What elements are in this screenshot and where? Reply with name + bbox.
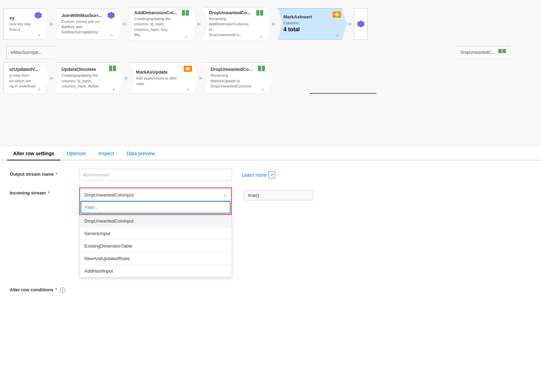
incoming-stream-label: Incoming stream *: [10, 187, 79, 195]
connector-arrow: ►: [121, 20, 129, 28]
add-button[interactable]: +: [38, 32, 41, 39]
form-area: Output stream name * Learn more ↗ Incomi…: [0, 160, 541, 301]
dropdown-option[interactable]: DropUnwantedColsInput: [80, 215, 232, 227]
dropdown-option[interactable]: ExistingDimensionTable: [80, 240, 232, 252]
connector-arrow: ►: [123, 74, 131, 82]
dropdown-option[interactable]: AddHashInput: [80, 265, 232, 277]
pipeline-node-add-dimension-col[interactable]: AddDimensionCol... Creating/updating the…: [128, 7, 196, 41]
node-desc: Creating/updating thecolumns 'id_hash,co…: [61, 73, 115, 89]
node-title: orUpdatedV...: [9, 67, 44, 72]
svg-marker-4: [357, 20, 364, 27]
learn-more-link[interactable]: Learn more ↗: [242, 169, 275, 178]
node-desc: RenamingMarkAsUpdate toDropUnwantedColum…: [210, 73, 264, 89]
add-button[interactable]: +: [261, 86, 264, 93]
green-double-icon-dashed: [498, 49, 506, 53]
connector-arrow: ►: [197, 74, 206, 82]
required-indicator: *: [54, 172, 57, 177]
output-stream-name-input-wrapper: [79, 169, 232, 181]
tab-data-preview[interactable]: Data preview: [120, 147, 161, 160]
info-icon[interactable]: i: [60, 287, 65, 293]
tab-optimize[interactable]: Optimize: [60, 147, 92, 160]
tab-alter-row-settings[interactable]: Alter row settings: [7, 147, 60, 160]
green-double-icon: [182, 10, 189, 17]
pipeline-canvas: ey new key Keyfrom 1 + ► JoinWithMaxSurr…: [0, 0, 541, 146]
node-desc: Creating/updating thecolumns 'id_hash,co…: [134, 16, 188, 38]
output-stream-name-row: Output stream name * Learn more ↗: [10, 169, 531, 181]
node-title: DropUnwantedCo...: [210, 67, 264, 72]
add-button[interactable]: +: [185, 34, 188, 40]
pipeline-node-partial: [354, 8, 368, 40]
pipeline-node-mark-as-update[interactable]: MarkAsUpdate Add expressions to alterrow…: [130, 62, 198, 94]
tabs-bar: Alter row settings Optimize Inspect Data…: [0, 147, 541, 160]
pipeline-node-drop-unwanted-co-2[interactable]: DropUnwantedCo... RenamingMarkAsUpdate t…: [205, 62, 272, 94]
incoming-stream-selected-value: DropUnwantedColsInput: [84, 192, 134, 198]
green-double-icon: [258, 66, 265, 73]
pipeline-row-2: orUpdatedV... g rows fromed which areng …: [0, 61, 541, 97]
node-title: DropUnwantedCo...: [209, 10, 263, 15]
incoming-stream-select[interactable]: DropUnwantedColsInput ⌄: [81, 189, 231, 201]
required-indicator: *: [47, 190, 50, 195]
dropdown-arrow-icon: ⌄: [223, 192, 227, 197]
orange-icon: [333, 11, 340, 18]
node-desc: Custom (cross) join onAddKey andGetMaxSu…: [61, 19, 115, 35]
pipeline-node-for-updated-v[interactable]: orUpdatedV... g rows fromed which areng …: [3, 62, 49, 94]
dashed-node-get-max-surrogat[interactable]: etMaxSurrogat...: [6, 46, 58, 59]
filter-input[interactable]: [81, 202, 230, 213]
filter-input-container: [81, 201, 231, 214]
pipeline-node-join-with-max-surr[interactable]: JoinWithMaxSurr... Custom (cross) join o…: [56, 8, 122, 40]
connector-arrow: ►: [48, 74, 56, 82]
node-title: MarkAsUpdate: [136, 69, 190, 75]
alter-row-conditions-row: Alter row conditions * i: [10, 284, 531, 293]
connector-arrow: ►: [346, 20, 355, 28]
purple-hex-icon: [34, 11, 41, 18]
connector-arrow: ►: [195, 20, 204, 28]
add-button[interactable]: +: [186, 86, 190, 93]
green-double-icon: [109, 66, 116, 73]
pipeline-dashed-row: etMaxSurrogat... DropUnwantedC...: [0, 45, 541, 61]
add-button[interactable]: +: [38, 86, 41, 93]
incoming-stream-row: Incoming stream * DropUnwantedColsInput …: [10, 187, 531, 277]
svg-marker-1: [108, 12, 115, 19]
alter-row-conditions-label: Alter row conditions * i: [10, 284, 79, 293]
green-double-icon: [256, 10, 263, 17]
incoming-stream-dropdown-section: DropUnwantedColsInput ⌄ DropUnwantedCols…: [79, 187, 233, 277]
column-count: 4 total: [283, 26, 300, 32]
node-desc: Columns:4 total: [283, 20, 337, 34]
pipeline-node-update-obsolete[interactable]: UpdateObsolete Creating/updating thecolu…: [56, 62, 123, 94]
node-title: MarkAsInsert: [283, 14, 337, 19]
dropdown-option[interactable]: NewAndUpdatedRows: [80, 252, 232, 265]
dashed-node-title: etMaxSurrogat...: [11, 50, 42, 55]
dropdown-options-list: DropUnwantedColsInput GenericInput Exist…: [79, 215, 232, 277]
output-stream-name-input[interactable]: [79, 169, 232, 181]
add-button[interactable]: +: [336, 32, 339, 39]
active-underline: [310, 93, 376, 94]
incoming-stream-red-border: DropUnwantedColsInput ⌄: [79, 187, 232, 215]
connector-arrow: ►: [270, 20, 278, 28]
node-title: UpdateObsolete: [61, 67, 115, 72]
purple-hex-icon: [107, 11, 114, 18]
required-indicator: *: [55, 287, 57, 292]
external-link-icon: ↗: [268, 172, 275, 178]
dashed-node-drop-unwanted-c[interactable]: DropUnwantedC...: [456, 46, 513, 59]
output-stream-name-label: Output stream name *: [10, 169, 79, 177]
pipeline-node-drop-unwanted-co[interactable]: DropUnwantedCo... RenamingAddDimensionCo…: [203, 7, 270, 41]
svg-marker-0: [35, 12, 42, 19]
alter-row-value-display: true(): [244, 190, 313, 200]
pipeline-row-1: ey new key Keyfrom 1 + ► JoinWithMaxSurr…: [0, 3, 541, 45]
node-desc: RenamingAddDimensionColumnstoDropUnwante…: [209, 16, 263, 38]
dropdown-option[interactable]: GenericInput: [80, 227, 232, 240]
dashed-node-title: DropUnwantedC...: [460, 50, 495, 55]
pipeline-node-new-key[interactable]: ey new key Keyfrom 1 +: [3, 8, 49, 40]
pipeline-node-mark-as-insert[interactable]: MarkAsInsert Columns:4 total +: [277, 8, 347, 40]
tab-inspect[interactable]: Inspect: [92, 147, 120, 160]
node-desc: new key Keyfrom 1: [9, 22, 44, 32]
add-button[interactable]: +: [112, 86, 115, 93]
node-desc: Add expressions to alterrows: [136, 76, 190, 86]
add-button[interactable]: +: [259, 34, 263, 40]
orange-icon: [184, 66, 191, 73]
add-button[interactable]: +: [110, 32, 113, 39]
node-title: AddDimensionCol...: [134, 10, 188, 15]
connector-arrow: ►: [48, 20, 56, 28]
